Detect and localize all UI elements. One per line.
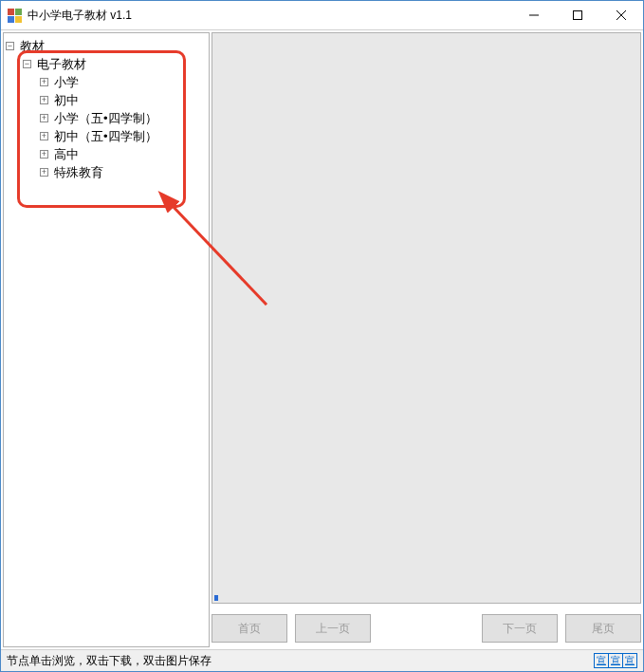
minimize-button[interactable] xyxy=(512,1,556,29)
tree-node-root[interactable]: − 教材 xyxy=(6,37,207,55)
status-link[interactable]: 宣 xyxy=(594,653,609,668)
maximize-button[interactable] xyxy=(556,1,599,29)
status-link[interactable]: 宣 xyxy=(608,653,623,668)
tree-label: 小学 xyxy=(52,73,81,91)
status-link[interactable]: 宣 xyxy=(622,653,637,668)
expand-icon[interactable]: + xyxy=(40,114,48,122)
page-viewer[interactable] xyxy=(212,32,641,604)
tree-label: 初中 xyxy=(52,91,81,109)
expand-icon[interactable]: + xyxy=(40,168,48,177)
body: − 教材 − 电子教材 + 小学 + 初中 xyxy=(1,30,643,649)
prev-page-button[interactable]: 上一页 xyxy=(295,614,371,643)
tree-label: 小学（五•四学制） xyxy=(52,109,159,127)
tree-label: 高中 xyxy=(52,145,81,163)
last-page-button[interactable]: 尾页 xyxy=(565,614,641,643)
tree-node[interactable]: + 小学 xyxy=(6,73,207,91)
tree-node[interactable]: + 特殊教育 xyxy=(6,163,207,181)
first-page-button[interactable]: 首页 xyxy=(212,614,287,643)
collapse-icon[interactable]: − xyxy=(6,42,14,50)
client-area: − 教材 − 电子教材 + 小学 + 初中 xyxy=(1,30,643,649)
collapse-icon[interactable]: − xyxy=(23,60,31,68)
expand-icon[interactable]: + xyxy=(40,78,48,86)
sidebar-tree-panel: − 教材 − 电子教材 + 小学 + 初中 xyxy=(3,32,210,647)
app-icon xyxy=(7,8,22,23)
tree-label: 初中（五•四学制） xyxy=(52,127,159,145)
tree-node[interactable]: + 初中（五•四学制） xyxy=(6,127,207,145)
tree-node[interactable]: + 初中 xyxy=(6,91,207,109)
content-panel: 首页 上一页 下一页 尾页 xyxy=(212,32,641,647)
scrollbar-thumb[interactable] xyxy=(214,595,218,601)
expand-icon[interactable]: + xyxy=(40,150,48,159)
main-window: 中小学电子教材 v1.1 − 教材 − 电子教材 xyxy=(0,0,644,672)
status-hint: 节点单击浏览，双击下载，双击图片保存 xyxy=(7,653,212,669)
svg-rect-1 xyxy=(574,11,582,20)
tree-label: 电子教材 xyxy=(35,55,88,73)
titlebar: 中小学电子教材 v1.1 xyxy=(1,1,643,30)
expand-icon[interactable]: + xyxy=(40,132,48,140)
tree: − 教材 − 电子教材 + 小学 + 初中 xyxy=(6,37,207,181)
tree-node-ebook[interactable]: − 电子教材 xyxy=(6,55,207,73)
close-button[interactable] xyxy=(599,1,643,29)
status-links: 宣 宣 宣 xyxy=(595,653,637,668)
expand-icon[interactable]: + xyxy=(40,96,48,104)
window-controls xyxy=(512,1,643,29)
horizontal-scrollbar[interactable] xyxy=(212,593,640,603)
tree-node[interactable]: + 小学（五•四学制） xyxy=(6,109,207,127)
next-page-button[interactable]: 下一页 xyxy=(482,614,558,643)
window-title: 中小学电子教材 v1.1 xyxy=(28,8,512,24)
tree-label: 特殊教育 xyxy=(52,163,105,181)
tree-label: 教材 xyxy=(18,37,46,55)
nav-bar: 首页 上一页 下一页 尾页 xyxy=(212,604,641,647)
statusbar: 节点单击浏览，双击下载，双击图片保存 宣 宣 宣 xyxy=(1,649,643,671)
tree-node[interactable]: + 高中 xyxy=(6,145,207,163)
